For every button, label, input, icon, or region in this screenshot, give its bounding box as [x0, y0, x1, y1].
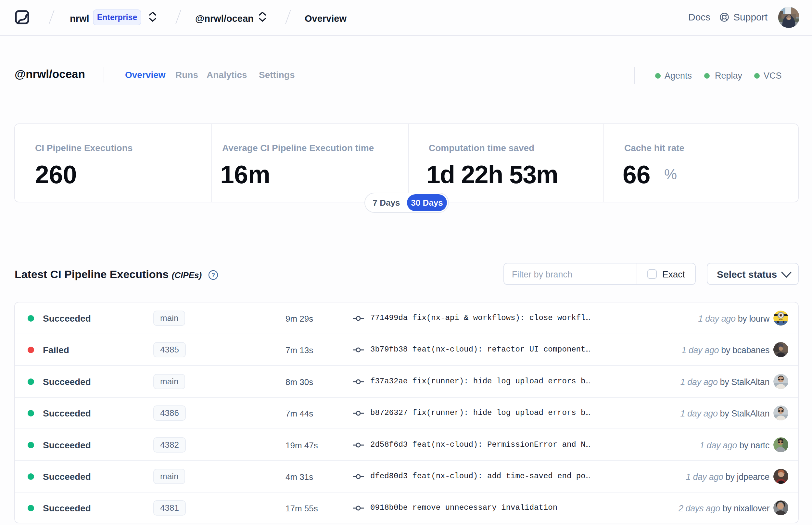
- svg-text:?: ?: [212, 272, 215, 279]
